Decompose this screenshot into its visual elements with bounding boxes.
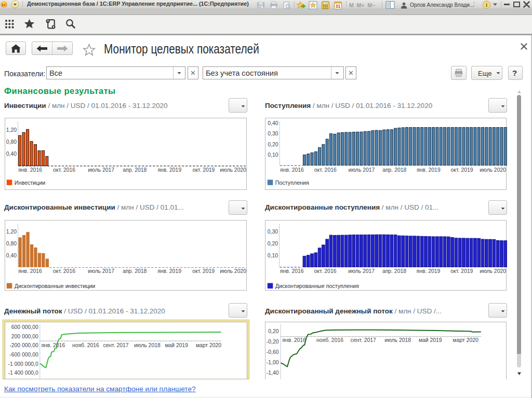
svg-text:-600 000,00: -600 000,00 — [9, 352, 38, 358]
svg-text:апр. 2018: апр. 2018 — [123, 268, 147, 274]
svg-text:окт. 2016: окт. 2016 — [53, 268, 75, 274]
svg-text:март 2020: март 2020 — [453, 337, 478, 343]
svg-text:0,40: 0,40 — [6, 151, 17, 157]
svg-text:апр. 2018: апр. 2018 — [123, 167, 147, 173]
svg-text:янв. 2019: янв. 2019 — [157, 268, 181, 274]
svg-text:Поступления: Поступления — [275, 180, 309, 186]
svg-text:0,20: 0,20 — [268, 142, 278, 147]
svg-text:0,10: 0,10 — [268, 253, 278, 258]
svg-text:1,20: 1,20 — [6, 127, 17, 133]
svg-text:сент. 2017: сент. 2017 — [351, 337, 376, 343]
svg-text:окт. 2016: окт. 2016 — [314, 167, 337, 173]
svg-text:0,80: 0,80 — [6, 241, 17, 246]
svg-text:1C: 1C — [1, 3, 6, 7]
svg-text:нояб. 2016: нояб. 2016 — [72, 342, 99, 348]
svg-text:0,40: 0,40 — [6, 253, 17, 258]
svg-text:апр. 2018: апр. 2018 — [382, 167, 406, 173]
svg-text:июль 2017: июль 2017 — [349, 167, 375, 173]
svg-text:март 2020: март 2020 — [196, 342, 221, 348]
svg-text:янв. 2016: янв. 2016 — [282, 337, 306, 343]
svg-text:июль 2017: июль 2017 — [88, 167, 114, 173]
svg-text:апр. 2018: апр. 2018 — [382, 268, 406, 274]
svg-text:янв. 2019: янв. 2019 — [417, 268, 441, 274]
svg-text:май 2019: май 2019 — [419, 337, 442, 343]
svg-text:янв. 2016: янв. 2016 — [18, 268, 42, 274]
svg-text:окт. 2019: окт. 2019 — [192, 167, 215, 173]
svg-text:-1,00: -1,00 — [267, 360, 279, 365]
svg-text:-1 000 000,0: -1 000 000,0 — [8, 361, 38, 367]
svg-text:янв. 2016: янв. 2016 — [41, 342, 65, 348]
svg-text:-0,60: -0,60 — [267, 349, 279, 355]
svg-text:июль 2020: июль 2020 — [220, 167, 246, 173]
svg-text:окт. 2016: окт. 2016 — [314, 268, 337, 274]
svg-text:янв. 2016: янв. 2016 — [18, 167, 42, 173]
svg-text:июль 2018: июль 2018 — [384, 337, 411, 343]
svg-text:-1,40: -1,40 — [267, 370, 279, 376]
svg-text:Дисконтированные поступления: Дисконтированные поступления — [275, 283, 359, 289]
svg-text:1,20: 1,20 — [6, 229, 17, 235]
svg-text:янв. 2019: янв. 2019 — [417, 167, 441, 173]
svg-text:июль 2017: июль 2017 — [88, 268, 114, 274]
svg-text:июль 2020: июль 2020 — [480, 167, 506, 173]
svg-text:июль 2020: июль 2020 — [220, 268, 246, 274]
svg-text:июль 2017: июль 2017 — [348, 268, 375, 274]
svg-text:Инвестиции: Инвестиции — [15, 180, 45, 186]
svg-text:0,10: 0,10 — [268, 152, 278, 158]
svg-text:0,40: 0,40 — [268, 120, 278, 126]
svg-text:-0,20: -0,20 — [267, 339, 279, 345]
svg-text:200 000,00: 200 000,00 — [11, 334, 38, 339]
svg-text:окт. 2019: окт. 2019 — [450, 268, 473, 274]
svg-text:янв. 2019: янв. 2019 — [157, 167, 181, 173]
svg-text:окт. 2019: окт. 2019 — [192, 268, 215, 274]
svg-text:янв. 2016: янв. 2016 — [280, 268, 304, 274]
svg-text:окт. 2016: окт. 2016 — [53, 167, 75, 173]
svg-text:-1 400 000,0: -1 400 000,0 — [8, 370, 38, 376]
svg-text:0,20: 0,20 — [268, 328, 278, 334]
svg-text:июль 2018: июль 2018 — [134, 342, 161, 348]
svg-text:Дисконтированные инвестиции: Дисконтированные инвестиции — [15, 283, 96, 289]
svg-text:окт. 2019: окт. 2019 — [451, 167, 473, 173]
svg-text:-200 000,00: -200 000,00 — [9, 342, 38, 348]
svg-text:0,20: 0,20 — [268, 241, 278, 246]
svg-text:нояб. 2016: нояб. 2016 — [316, 337, 343, 343]
svg-text:0,80: 0,80 — [6, 139, 17, 145]
svg-text:i: i — [486, 2, 487, 8]
svg-text:31: 31 — [336, 4, 341, 9]
svg-text:май 2019: май 2019 — [165, 342, 188, 348]
svg-text:0,30: 0,30 — [268, 131, 278, 136]
svg-text:июль 2020: июль 2020 — [480, 268, 506, 274]
svg-text:янв. 2016: янв. 2016 — [280, 167, 304, 173]
svg-text:сент. 2017: сент. 2017 — [103, 342, 128, 348]
svg-text:0,30: 0,30 — [268, 229, 278, 235]
svg-text:600 000,00: 600 000,00 — [11, 324, 38, 330]
